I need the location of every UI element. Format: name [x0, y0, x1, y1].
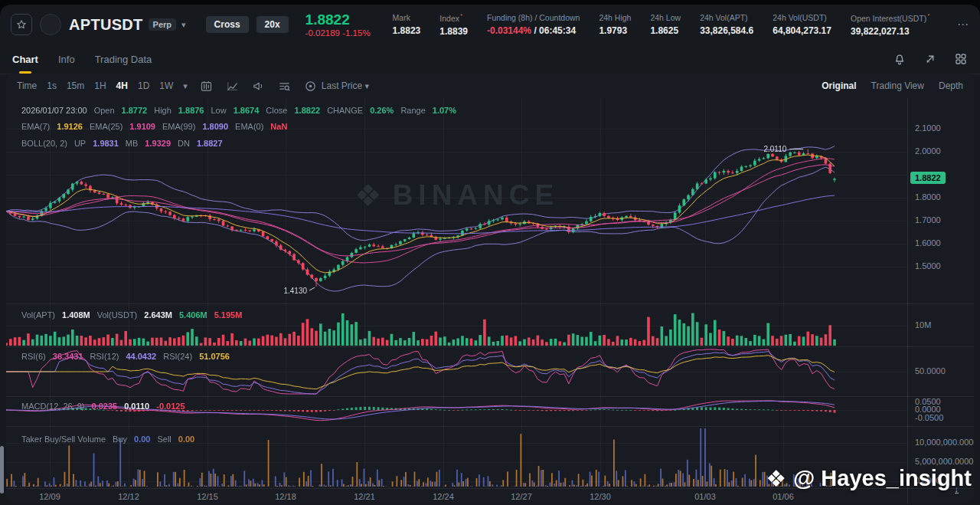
taker-axis-tick: 10,000,000.0000 — [915, 438, 974, 447]
interval-15m[interactable]: 15m — [67, 80, 84, 91]
interval-1d[interactable]: 1D — [138, 80, 149, 91]
pane-separator — [6, 426, 974, 427]
rsi-legend: RSI(6)36.3431 RSI(12)44.0432 RSI(24)51.0… — [21, 352, 230, 361]
macd-axis-tick: -0.0500 — [915, 413, 943, 422]
rsi-axis-tick: 50.0000 — [915, 366, 946, 375]
chart-style-icon[interactable] — [200, 80, 213, 93]
last-price: 1.8822 — [305, 12, 376, 28]
chart-toolbar: Time 1s 15m 1H 4H 1D 1W ▾ — [6, 74, 974, 98]
candle-datetime: 2026/01/07 23:00 — [21, 106, 87, 115]
interval-1s[interactable]: 1s — [47, 80, 57, 91]
interval-4h[interactable]: 4H — [116, 80, 128, 91]
last-price-badge: 1.8822 — [910, 172, 946, 184]
date-label: 12/27 — [508, 492, 535, 501]
display-settings-icon[interactable] — [278, 80, 291, 93]
price-change-abs: -0.02189 — [305, 28, 340, 38]
ohlc-legend: 2026/01/07 23:00 Open1.8772 High1.8876 L… — [21, 106, 456, 115]
indicators-icon[interactable] — [226, 80, 239, 93]
symbol-name[interactable]: APTUSDT — [69, 16, 143, 34]
price-axis-tick: 2.1000 — [915, 123, 941, 133]
credit-handle: @ Hayes_insight — [793, 466, 972, 491]
price-axis-border — [907, 98, 908, 503]
price-mode-chevron-down-icon: ▾ — [365, 81, 370, 90]
symbol-chevron-down-icon[interactable]: ▾ — [181, 20, 186, 30]
funding-countdown: 06:45:34 — [539, 25, 576, 36]
date-label: 12/30 — [586, 492, 614, 501]
pane-separator — [6, 346, 974, 347]
stat-funding-countdown: Funding (8h) / Countdown -0.03144% / 06:… — [487, 13, 580, 36]
price-axis-tick: 1.6000 — [915, 238, 941, 248]
interval-1h[interactable]: 1H — [94, 80, 106, 91]
favorite-star-icon[interactable] — [11, 14, 32, 35]
header: APTUSDT Perp ▾ Cross 20x 1.8822 -0.02189… — [0, 5, 980, 44]
ema-legend: EMA(7)1.9126 EMA(25)1.9109 EMA(99)1.8090… — [21, 122, 287, 131]
futures-trading-app: APTUSDT Perp ▾ Cross 20x 1.8822 -0.02189… — [0, 5, 980, 505]
stat-24h-low: 24h Low 1.8625 — [650, 13, 681, 36]
expand-fullscreen-icon[interactable] — [923, 52, 937, 66]
date-label: 01/03 — [691, 492, 719, 501]
left-scrollbar-thumb[interactable] — [0, 446, 4, 494]
price-axis-tick: 2.0000 — [915, 146, 941, 156]
stat-index: Index* 1.8839 — [439, 12, 468, 37]
leverage-button[interactable]: 20x — [256, 16, 289, 33]
pane-separator — [6, 303, 974, 304]
price-block: 1.8822 -0.02189 -1.15% — [305, 12, 376, 38]
date-label: 01/06 — [769, 492, 797, 501]
tab-trading-data[interactable]: Trading Data — [95, 45, 152, 74]
price-axis-tick: 1.5000 — [915, 261, 941, 271]
chart-body: ❖ BINANCE 2026/01/07 23:00 Open1.8772 Hi… — [6, 98, 974, 503]
tab-chart[interactable]: Chart — [12, 45, 38, 74]
date-label: 12/18 — [272, 492, 299, 501]
view-tab-original[interactable]: Original — [822, 80, 856, 91]
coin-logo — [40, 14, 61, 35]
date-label: 12/09 — [36, 492, 64, 501]
price-change-pct: -1.15% — [342, 28, 370, 38]
funding-rate: -0.03144% — [487, 25, 531, 36]
stat-mark: Mark 1.8823 — [393, 13, 421, 36]
market-stats: Mark 1.8823 Index* 1.8839 Funding (8h) /… — [393, 12, 930, 37]
view-tab-trading-view[interactable]: Trading View — [871, 80, 924, 91]
more-menu-icon[interactable]: ⋯ — [957, 18, 969, 31]
date-label: 12/15 — [194, 492, 221, 501]
market-type-badge: Perp — [149, 18, 176, 31]
chart-card: Time 1s 15m 1H 4H 1D 1W ▾ — [6, 74, 974, 503]
stat-24h-vol-apt: 24h Vol(APT) 33,826,584.6 — [700, 13, 753, 36]
volume-legend: Vol(APT)1.408M Vol(USDT)2.643M 5.406M 5.… — [21, 310, 242, 320]
target-icon[interactable] — [304, 80, 317, 93]
boll-legend: BOLL(20, 2) UP1.9831 MB1.9329 DN1.8827 — [21, 139, 223, 148]
view-tab-depth[interactable]: Depth — [939, 80, 963, 91]
volume-axis-tick: 10M — [915, 320, 931, 330]
credit-watermark: ❖ @ Hayes_insight — [766, 465, 972, 492]
interval-chevron-down-icon[interactable]: ▾ — [183, 81, 188, 91]
date-label: 12/12 — [115, 492, 142, 501]
binance-logo-icon: ❖ — [766, 465, 786, 492]
layout-grid-icon[interactable] — [954, 52, 968, 66]
tab-info[interactable]: Info — [58, 45, 75, 74]
stat-24h-high: 24h High 1.9793 — [599, 13, 631, 36]
date-label: 12/24 — [430, 492, 457, 501]
interval-1w[interactable]: 1W — [159, 80, 173, 91]
pane-separator — [6, 396, 974, 397]
price-mode-select[interactable]: Last Price ▾ — [322, 80, 369, 91]
stat-open-interest: Open Interest(USDT)* 39,822,027.13 — [851, 12, 929, 37]
tab-bar: Chart Info Trading Data — [0, 44, 980, 74]
stat-24h-vol-usdt: 24h Vol(USDT) 64,804,273.17 — [773, 13, 831, 36]
date-label: 12/21 — [351, 492, 378, 501]
interval-label-time[interactable]: Time — [17, 80, 37, 91]
macd-legend: MACD(12, 26, 9) 0.0235 0.0110 -0.0125 — [21, 402, 185, 411]
price-change: -0.02189 -1.15% — [305, 28, 376, 38]
taker-legend: Taker Buy/Sell Volume Buy0.00 Sell0.00 — [21, 434, 194, 444]
margin-mode-button[interactable]: Cross — [206, 16, 249, 33]
price-axis-tick: 1.7000 — [915, 215, 941, 225]
alert-bell-icon[interactable] — [893, 52, 906, 66]
price-axis-tick: 1.8000 — [915, 192, 941, 202]
announcement-icon[interactable] — [252, 80, 265, 93]
